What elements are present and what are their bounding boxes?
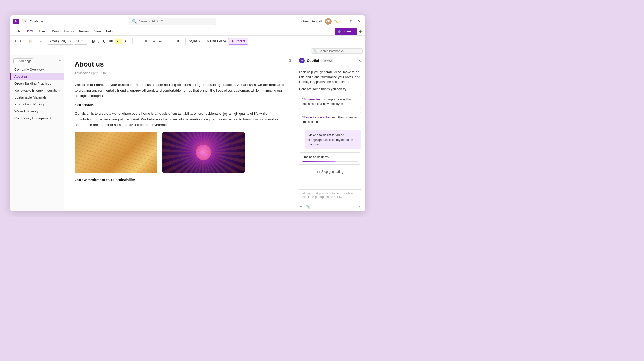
global-search-bar[interactable]: 🔍 — [129, 18, 216, 25]
sidebar-item-label: Product and Pricing — [14, 102, 44, 106]
menu-insert[interactable]: Insert — [37, 29, 49, 34]
minimize-button[interactable]: − — [341, 19, 346, 24]
search-bar-center: 🔍 — [43, 18, 301, 25]
ribbon-sep-5 — [174, 38, 174, 44]
hamburger-container — [67, 48, 74, 53]
indent-increase-button[interactable]: ⇥ — [151, 39, 157, 44]
sidebar-item-about-us[interactable]: About us — [10, 73, 64, 80]
search-notebooks-input[interactable] — [319, 49, 360, 53]
strikethrough-button[interactable]: ab — [108, 38, 114, 44]
font-family-selector[interactable]: Aptos (Body) ▼ — [48, 38, 73, 45]
sort-icon[interactable]: ⇵ — [58, 59, 61, 63]
menu-help[interactable]: Help — [104, 29, 115, 34]
copilot-text-input[interactable]: Tell me what you want to do. For ideas, … — [298, 189, 362, 202]
ribbon-sep-2 — [46, 38, 46, 44]
underline-button[interactable]: U — [102, 38, 107, 44]
sidebar-item-label: Sustainable Materials — [14, 95, 46, 99]
sidebar-item-community-engagement[interactable]: Community Engagement — [10, 115, 64, 122]
sidebar-item-renewable-energy[interactable]: Renewable Energy Integration — [10, 87, 64, 94]
copilot-close-icon[interactable]: ✕ — [358, 59, 361, 63]
stop-generating-button[interactable]: ▢ Stop generating — [299, 168, 361, 176]
undo-button[interactable]: ↺ — [12, 39, 18, 44]
numbering-button[interactable]: ≡⌄ — [143, 39, 150, 44]
search-icon: 🔍 — [132, 19, 137, 24]
menu-home[interactable]: Home — [23, 29, 36, 34]
pen-icon[interactable]: ✏️ — [334, 19, 338, 23]
copilot-try-label: Here are some things you can try — [299, 87, 361, 91]
maximize-button[interactable]: □ — [349, 19, 354, 24]
menu-review[interactable]: Review — [77, 29, 91, 34]
email-icon: ✉ — [207, 39, 209, 43]
title-bar-left: N ↻ OneNote — [13, 19, 43, 24]
avatar[interactable]: OB — [325, 18, 332, 25]
font-color-button[interactable]: A⌄ — [123, 39, 131, 44]
menu-view[interactable]: View — [92, 29, 103, 34]
body-paragraph-1: Welcome to Fabrikam, your trusted partne… — [75, 82, 285, 99]
title-bar-right: Omar Bennett OB ✏️ − □ ✕ — [301, 18, 362, 25]
tag-button[interactable]: ⚑⌄ — [176, 39, 184, 44]
bold-button[interactable]: B — [91, 38, 96, 44]
main-area: + Add page ⇵ Company Overview About us G… — [10, 55, 365, 211]
copilot-intro-text: I can help you generate ideas, make to-d… — [299, 70, 361, 84]
alignment-button[interactable]: ☰⌄ — [164, 39, 172, 44]
italic-button[interactable]: I — [97, 38, 101, 44]
close-button[interactable]: ✕ — [357, 19, 362, 24]
sidebar-item-product-pricing[interactable]: Product and Pricing — [10, 101, 64, 108]
sidebar-item-sustainable-materials[interactable]: Sustainable Materials — [10, 94, 64, 101]
copilot-title: Copilot — [307, 59, 319, 63]
search-notebooks-bar[interactable]: 🔍 — [311, 48, 363, 54]
collapse-ribbon-button[interactable]: ⌄ — [358, 39, 363, 44]
hamburger-line-3 — [68, 52, 72, 52]
send-button[interactable]: ➤ — [357, 204, 362, 209]
page-title: About us — [75, 60, 285, 68]
hamburger-menu-button[interactable] — [67, 48, 73, 53]
share-button[interactable]: 🔗 Share ⌄ — [335, 28, 357, 35]
toolbar-row2: 🔍 — [10, 47, 365, 55]
back-button[interactable]: ↻ — [22, 19, 27, 24]
share-label: Share — [343, 30, 351, 33]
copilot-icon: ✦ — [299, 58, 305, 63]
more-button[interactable]: ... — [249, 39, 254, 44]
copilot-suggestion-2[interactable]: “Extract a to-do list from the content i… — [299, 112, 361, 127]
redo-button[interactable]: ↻ — [19, 39, 24, 44]
copilot-input-actions: ✦ 📎 ➤ — [298, 204, 362, 209]
copilot-suggestion-1[interactable]: “Summarize this page in a way that expla… — [299, 94, 361, 109]
stop-label: Stop generating — [321, 170, 343, 174]
images-row — [75, 132, 285, 173]
bullets-button[interactable]: ☰⌄ — [134, 39, 142, 44]
copy-icon[interactable]: ◆ — [359, 29, 362, 33]
add-page-button[interactable]: + Add page — [13, 58, 33, 64]
sidebar-item-label: Water Efficiency — [14, 109, 38, 113]
copilot-user-message: Make a to-do list for an ad campaign bas… — [305, 130, 361, 149]
copilot-input-placeholder: Tell me what you want to do. For ideas, … — [301, 192, 354, 199]
expand-button[interactable]: ⧉ — [289, 58, 291, 63]
paste-button[interactable]: 📋 ⌄ — [28, 39, 37, 44]
app-name: OneNote — [30, 19, 43, 23]
add-page-icon: + — [15, 59, 17, 63]
sidebar-item-company-overview[interactable]: Company Overview — [10, 66, 64, 73]
highlight-button[interactable]: A⌄ — [115, 39, 122, 44]
sidebar-actions: + Add page ⇵ — [10, 57, 64, 66]
prompt-guide-button[interactable]: ✦ — [298, 204, 304, 209]
global-search-input[interactable] — [139, 19, 213, 23]
copilot-button[interactable]: ✦ Copilot — [228, 38, 248, 45]
indent-decrease-button[interactable]: ⇤ — [158, 39, 163, 44]
sidebar-item-green-building[interactable]: Green Building Practices — [10, 80, 64, 87]
menu-file[interactable]: File — [13, 29, 22, 34]
menu-history[interactable]: History — [62, 29, 76, 34]
preview-badge: Preview — [321, 59, 333, 62]
app-window: N ↻ OneNote 🔍 Omar Bennett OB ✏️ − □ ✕ F… — [10, 15, 365, 211]
sidebar-item-water-efficiency[interactable]: Water Efficiency — [10, 108, 64, 115]
sidebar-item-label: Renewable Energy Integration — [14, 88, 60, 92]
email-page-label: Email Page — [210, 39, 226, 43]
ribbon-sep-7 — [204, 38, 204, 44]
menu-draw[interactable]: Draw — [50, 29, 61, 34]
ribbon-sep-1 — [26, 38, 26, 44]
format-painter-button[interactable]: ☮ — [38, 39, 44, 44]
copilot-suggestion-2-bold: Extract a to-do list — [303, 116, 331, 119]
sidebar-item-label: Community Engagement — [14, 116, 51, 120]
font-size-selector[interactable]: 11 ▼ — [74, 38, 87, 45]
styles-button[interactable]: Styles ▼ — [188, 39, 202, 44]
attach-button[interactable]: 📎 — [305, 204, 311, 209]
email-page-button[interactable]: ✉ Email Page — [206, 39, 227, 44]
